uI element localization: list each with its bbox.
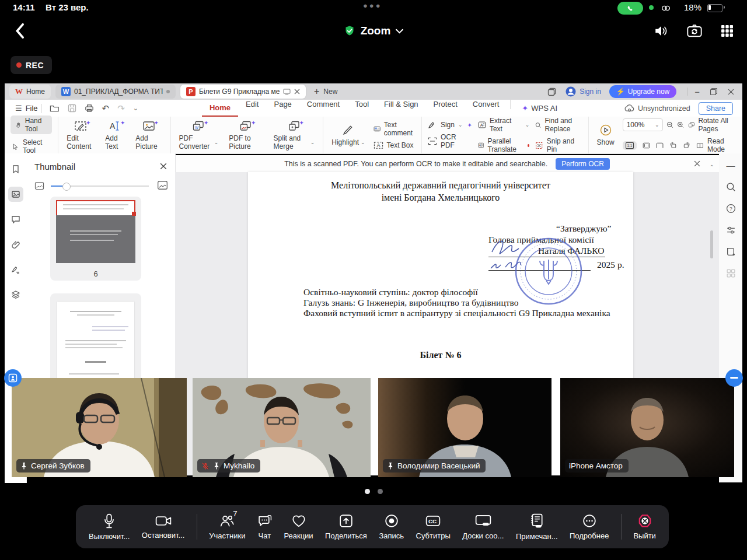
thumbnail-size-slider[interactable]	[51, 186, 149, 187]
rotate-left-icon[interactable]	[669, 141, 677, 149]
participants-button[interactable]: 7 Участники	[209, 514, 245, 540]
more-actions-chevron-icon[interactable]: ⌄	[133, 104, 138, 112]
print-icon[interactable]	[85, 104, 94, 113]
menu-edit[interactable]: Edit	[238, 100, 266, 117]
menu-convert[interactable]: Convert	[465, 100, 507, 117]
stop-video-button[interactable]: Остановит...	[142, 514, 185, 540]
speaker-icon[interactable]	[654, 24, 669, 38]
notes-button[interactable]: Примечан...	[516, 513, 558, 541]
widgets-grid-icon[interactable]	[726, 268, 736, 278]
share-screen-button[interactable]: Поделиться	[325, 514, 367, 540]
rotate-all-pages-button[interactable]: Rotate All Pages	[688, 117, 736, 133]
meeting-title-group[interactable]: Zoom	[0, 16, 747, 46]
reactions-button[interactable]: Реакции	[284, 514, 313, 540]
menu-home[interactable]: Home	[202, 100, 238, 117]
find-replace-button[interactable]: Find and Replace	[535, 117, 582, 133]
highlight-button[interactable]: Highlight⌄	[329, 123, 367, 148]
hand-tool-button[interactable]: Hand Tool	[11, 116, 52, 134]
upgrade-button[interactable]: ⚡ Upgrade now	[609, 85, 676, 98]
leave-button[interactable]: Выйти	[633, 514, 656, 540]
zoom-out-icon[interactable]	[666, 120, 673, 130]
save-icon[interactable]	[68, 104, 76, 113]
video-tile-2[interactable]: Mykhailo	[193, 378, 371, 477]
actual-size-button[interactable]: 1:1	[623, 141, 637, 150]
menu-fill-sign[interactable]: Fill & Sign	[376, 100, 426, 117]
doc-scrollbar[interactable]	[710, 230, 713, 258]
ocr-pdf-button[interactable]: OCR PDF	[428, 133, 472, 149]
signature-panel-button[interactable]	[8, 262, 23, 277]
share-button[interactable]: Share	[699, 102, 733, 115]
switch-camera-icon[interactable]	[686, 23, 703, 38]
show-button[interactable]: Show	[595, 123, 617, 148]
more-button[interactable]: Подробнее	[570, 514, 609, 540]
gallery-page-dots[interactable]	[0, 489, 747, 494]
redo-icon[interactable]: ↷	[117, 103, 125, 114]
bookmarks-panel-button[interactable]	[8, 162, 23, 177]
scroll-up-icon[interactable]: ⌃	[710, 164, 714, 170]
read-mode-button[interactable]: Read Mode	[696, 137, 736, 153]
zoom-level-select[interactable]: 100% ⌄	[623, 118, 664, 131]
layers-panel-button[interactable]	[8, 287, 23, 302]
mute-button[interactable]: Выключит...	[89, 513, 130, 541]
split-merge-button[interactable]: ✦ Split and Merge⌄	[271, 119, 317, 152]
close-window-icon[interactable]	[728, 89, 734, 95]
menu-page[interactable]: Page	[266, 100, 299, 117]
comments-panel-button[interactable]	[8, 212, 23, 227]
thumbnails-panel-button[interactable]	[8, 187, 23, 202]
close-tab-icon[interactable]	[294, 89, 300, 94]
hide-videos-button[interactable]	[725, 369, 743, 387]
edit-content-button[interactable]: ✦ Edit Content	[64, 119, 97, 152]
new-tab-button[interactable]: + New	[314, 86, 337, 97]
settings-sliders-icon[interactable]	[726, 225, 736, 235]
captions-button[interactable]: CC Субтитры	[416, 514, 451, 540]
text-box-button[interactable]: A Text Box	[374, 141, 416, 149]
add-text-button[interactable]: A ✦ Add Text	[103, 119, 127, 152]
tab-home[interactable]: W Home	[9, 85, 51, 99]
sign-button[interactable]: Sign ⌄✦	[428, 121, 472, 129]
minimize-window-icon[interactable]: −	[694, 87, 700, 97]
video-tile-1[interactable]: Сергей Зубков	[12, 378, 187, 477]
pdf-to-picture-button[interactable]: ✦ PDF to Picture	[226, 119, 265, 152]
sign-in-button[interactable]: Sign in	[566, 86, 601, 97]
recording-badge[interactable]: REC	[11, 56, 52, 74]
file-menu[interactable]: ☰ File	[5, 104, 38, 113]
menu-wps-ai[interactable]: ✦ WPS AI	[514, 100, 565, 117]
slider-knob[interactable]	[62, 183, 71, 191]
close-notice-icon[interactable]	[694, 160, 700, 167]
add-picture-button[interactable]: ✦ Add Picture	[133, 119, 164, 152]
perform-ocr-button[interactable]: Perform OCR	[556, 158, 610, 170]
fit-width-icon[interactable]	[643, 142, 650, 149]
menu-comment[interactable]: Comment	[299, 100, 347, 117]
whiteboards-button[interactable]: Доски соо...	[462, 514, 504, 540]
rotate-right-icon[interactable]	[683, 141, 690, 149]
help-icon[interactable]: ?	[726, 204, 736, 214]
window-stack-icon[interactable]	[547, 88, 556, 96]
fit-page-icon[interactable]	[656, 142, 664, 149]
self-view-toggle-button[interactable]	[4, 369, 22, 387]
text-comment-button[interactable]: Text comment	[374, 121, 416, 137]
tab-doc[interactable]: W 01_ПРИКЛАД_ФОРМА ТИТУЛЬН	[55, 85, 176, 99]
pdf-converter-button[interactable]: W ✦ PDF Converter⌄	[177, 119, 221, 152]
sync-status[interactable]: Unsynchronized	[624, 104, 690, 113]
video-tile-3[interactable]: Володимир Васецький	[378, 378, 551, 477]
zoom-in-icon[interactable]	[677, 120, 684, 130]
search-doc-icon[interactable]	[726, 182, 736, 192]
record-button[interactable]: Запись	[379, 514, 404, 540]
reading-notes-icon[interactable]	[726, 247, 736, 257]
attachments-panel-button[interactable]	[8, 237, 23, 252]
select-tool-button[interactable]: Select Tool	[11, 138, 52, 155]
parallel-translate-button[interactable]: A Parallel Translate	[478, 137, 529, 153]
apps-grid-icon[interactable]	[720, 24, 734, 38]
active-call-pill[interactable]	[617, 2, 643, 15]
snip-pin-button[interactable]: Snip and Pin	[535, 137, 582, 153]
close-panel-icon[interactable]	[160, 163, 167, 170]
extract-text-button[interactable]: A Extract Text ⌄	[478, 117, 529, 133]
tab-pdf-active[interactable]: P Білети G9 Прикладна механ	[180, 85, 306, 99]
collapse-toolbar-icon[interactable]: —	[727, 160, 735, 170]
undo-icon[interactable]: ↶	[102, 103, 110, 114]
page-6-thumbnail[interactable]: 6	[50, 197, 141, 281]
video-tile-4[interactable]: iPhone Амстор	[560, 378, 734, 477]
open-folder-icon[interactable]	[50, 104, 60, 113]
chat-button[interactable]: Чат	[257, 514, 272, 540]
restore-window-icon[interactable]	[710, 88, 717, 95]
